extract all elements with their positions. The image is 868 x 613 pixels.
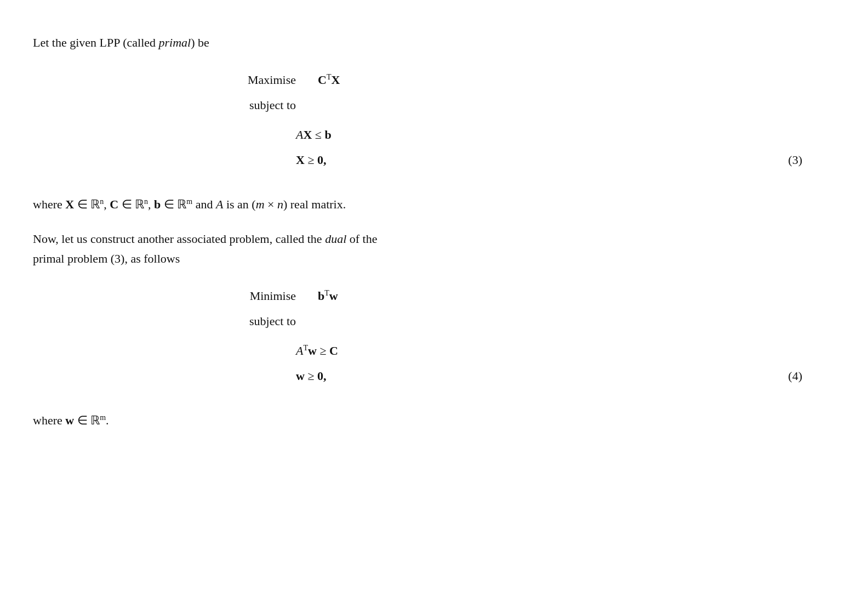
where1-mid1: ∈ ℝ	[74, 197, 100, 211]
where1-close: ) real matrix.	[283, 197, 346, 211]
eq-number-3: (3)	[788, 153, 802, 167]
where1-and: and	[192, 197, 216, 211]
maximise-expr-C: C	[318, 73, 327, 87]
minimise-expr-w: w	[329, 289, 338, 303]
where1-times: ×	[265, 197, 277, 211]
where1-mid3: ∈ ℝ	[161, 197, 186, 211]
constraint1-A: A	[296, 128, 303, 141]
primal-constraints: AX ≤ b X ≥ 0,	[296, 122, 332, 173]
constraint4-w: w	[296, 369, 305, 383]
intro-primal-end: ) be	[191, 36, 209, 49]
constraint3-line: ATw ≥ C	[296, 344, 338, 358]
where2-sup: m	[100, 413, 106, 421]
constraint4-line: w ≥ 0,	[296, 369, 326, 383]
where1-sup3: m	[186, 197, 192, 206]
where1-start: where	[33, 197, 65, 211]
constraint2-geq: ≥	[305, 153, 317, 167]
eq-number-4: (4)	[788, 369, 802, 383]
dual-lpp-block: Minimise bTw subject to ATw ≥ C w ≥ 0,	[208, 283, 824, 389]
intro-primal-text: Let the given LPP (called	[33, 36, 159, 49]
constraint1-line: AX ≤ b	[296, 128, 332, 142]
where1-C: C	[110, 197, 118, 211]
constraint3-C: C	[329, 344, 338, 357]
constraint1-b: b	[324, 128, 331, 141]
where-paragraph-2: where w ∈ ℝm.	[33, 411, 824, 430]
maximise-expr-X: X	[331, 73, 340, 87]
subject-to-2-line: subject to	[208, 314, 824, 328]
where2-end: .	[106, 413, 109, 427]
intro-dual-2: of the	[346, 232, 377, 246]
where1-sup2: n	[144, 197, 148, 206]
minimise-expr-b: b	[318, 289, 324, 303]
constraint3-A: A	[296, 344, 303, 357]
constraint3-sup-T: T	[303, 343, 308, 351]
where1-mid2: ∈ ℝ	[118, 197, 144, 211]
where1-n: n	[277, 197, 283, 211]
where2-mid: ∈ ℝ	[74, 413, 100, 427]
subject-to-1-label: subject to	[208, 98, 296, 112]
subject-to-1-line: subject to	[208, 98, 824, 112]
minimise-sup-T: T	[324, 288, 329, 297]
intro-dual-3: primal problem (3), as follows	[33, 252, 180, 265]
primal-lpp-block: Maximise CTX subject to AX ≤ b X ≥ 0,	[208, 67, 824, 173]
where1-m: m	[256, 197, 265, 211]
constraint1-X: X	[303, 128, 312, 141]
maximise-expr: CTX	[318, 73, 824, 87]
where-paragraph-1: where X ∈ ℝn, C ∈ ℝn, b ∈ ℝm and A is an…	[33, 195, 824, 214]
where1-b: b	[154, 197, 161, 211]
where1-X: X	[65, 197, 74, 211]
intro-dual-1: Now, let us construct another associated…	[33, 232, 325, 246]
subject-to-2-label: subject to	[208, 314, 296, 328]
constraint4-0: 0,	[317, 369, 327, 383]
where1-is: is an (	[223, 197, 255, 211]
maximise-line: Maximise CTX	[208, 73, 824, 87]
where2-start: where	[33, 413, 65, 427]
intro-primal: Let the given LPP (called primal) be	[33, 33, 824, 52]
where1-comma1: ,	[104, 197, 110, 211]
intro-dual: Now, let us construct another associated…	[33, 229, 824, 268]
constraint3-geq: ≥	[317, 344, 329, 357]
minimise-line: Minimise bTw	[208, 289, 824, 303]
maximise-label: Maximise	[208, 73, 296, 87]
constraint2-line: X ≥ 0,	[296, 153, 326, 167]
where1-comma2: ,	[148, 197, 154, 211]
constraint3-w: w	[308, 344, 317, 357]
constraint2-X: X	[296, 153, 305, 167]
constraint4-geq: ≥	[305, 369, 317, 383]
constraint1-leq: ≤	[312, 128, 324, 141]
where1-A: A	[216, 197, 223, 211]
minimise-label: Minimise	[208, 289, 296, 303]
minimise-expr: bTw	[318, 289, 824, 303]
where2-w: w	[65, 413, 74, 427]
page: Let the given LPP (called primal) be Max…	[33, 33, 824, 430]
primal-italic: primal	[159, 36, 191, 49]
constraint2-0: 0,	[317, 153, 327, 167]
dual-constraints: ATw ≥ C w ≥ 0,	[296, 338, 338, 389]
dual-italic: dual	[325, 232, 346, 246]
